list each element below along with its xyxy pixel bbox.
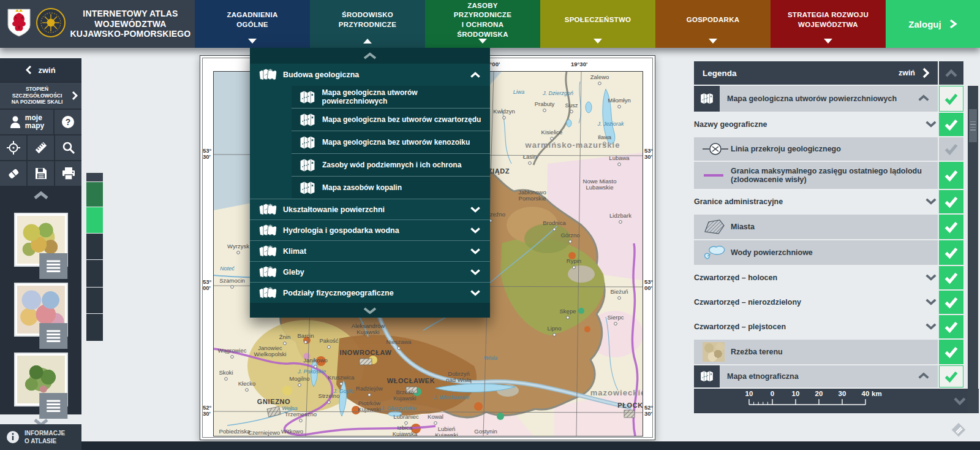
atlas-info-button[interactable]: INFORMACJE O ATLASIE <box>0 424 81 450</box>
legend-item-layer[interactable]: Linia przekroju geologicznego <box>694 137 938 161</box>
legend-scroll-up[interactable] <box>939 61 963 85</box>
legend-visibility-checkbox[interactable] <box>939 240 963 265</box>
tab-srodowisko-przyrodnicze[interactable]: ŚRODOWISKO PRZYRODNICZE <box>310 0 425 48</box>
erase-button[interactable] <box>0 161 26 186</box>
legend-item-layer[interactable]: Miasta <box>694 215 938 239</box>
legend-visibility-checkbox[interactable] <box>939 266 963 289</box>
legend-visibility-checkbox[interactable] <box>939 340 963 364</box>
menu-category-hydrologia[interactable]: Hydrologia i gospodarka wodna <box>250 219 490 240</box>
sidebar-collapse-label: zwiń <box>38 66 55 75</box>
legend-visibility-checkbox[interactable] <box>939 215 963 239</box>
legend-visibility-checkbox[interactable] <box>939 190 963 213</box>
menu-item[interactable]: Mapa zasobów kopalin <box>292 176 490 199</box>
tab-gospodarka[interactable]: GOSPODARKA <box>655 0 771 48</box>
scale-level-segment[interactable] <box>86 173 103 181</box>
map-place-label: Radziejów <box>356 385 383 392</box>
sidebar-collapse-button[interactable]: zwiń <box>0 58 81 82</box>
menu-category-label: Gleby <box>283 268 463 276</box>
menu-scroll-up[interactable] <box>250 48 490 64</box>
menu-scroll-down[interactable] <box>250 303 490 318</box>
thumbnail-geological-map[interactable] <box>14 213 68 267</box>
thumbnails-scroll-up[interactable] <box>0 188 81 204</box>
tab-zagadnienia-ogolne[interactable]: ZAGADNIENIA OGÓLNE <box>195 0 310 48</box>
menu-category-uksztaltowanie-powierzchni[interactable]: Ukształtowanie powierzchni <box>250 199 490 219</box>
legend-scrollbar[interactable] <box>968 86 978 413</box>
legend-item-label: Mapa etnograficzna <box>727 372 917 381</box>
map-place-label: Rypin <box>567 257 581 264</box>
scale-level-segment[interactable] <box>86 314 103 341</box>
locate-button[interactable] <box>0 135 26 160</box>
thumbnail-legend-button[interactable] <box>39 393 67 419</box>
thumbnail-legend-button[interactable] <box>39 323 67 349</box>
scale-level-segment[interactable] <box>86 182 103 207</box>
legend-visibility-checkbox[interactable] <box>939 365 963 387</box>
my-maps-button[interactable]: moje mapy <box>0 110 53 134</box>
legend-row: Wody powierzchniowe <box>694 240 979 265</box>
scale-level-segment[interactable] <box>86 234 103 259</box>
map-icon <box>299 135 316 150</box>
legend-item-layer[interactable]: Mapa etnograficzna <box>694 365 938 387</box>
legend-item-layer[interactable]: Granica maksymalnego zasięgu ostatniego … <box>694 162 938 189</box>
map-place-label: J. Dzierzgoń <box>542 90 573 96</box>
menu-category-gleby[interactable]: Gleby <box>250 261 490 282</box>
map-place-label: Trzemeszno <box>285 411 317 418</box>
map-place-label: warmińsko-mazurskie <box>525 140 620 150</box>
login-button[interactable]: Zaloguj <box>886 0 980 48</box>
university-seal-logo <box>36 7 66 40</box>
menu-item[interactable]: Mapa geologiczna bez utworów czwartorzęd… <box>292 108 490 131</box>
menu-category-podzialy-fizycznogeograficzne[interactable]: Podziały fizycznogeograficzne <box>250 282 490 303</box>
tab-zasoby-przyrodnicze[interactable]: ZASOBY PRZYRODNICZE I OCHRONA ŚRODOWISKA <box>425 0 540 48</box>
legend-item-category[interactable]: Czwartorzęd – plejstocen <box>694 315 938 338</box>
print-button[interactable] <box>55 161 81 186</box>
draw-tool-button[interactable] <box>948 419 969 440</box>
legend-visibility-checkbox[interactable] <box>939 315 963 338</box>
map-place-label: Żnin <box>279 334 290 340</box>
scale-ruler: 10010203040km <box>741 388 924 414</box>
legend-item-category[interactable]: Granice administracyjne <box>694 190 938 213</box>
scale-level-segment[interactable] <box>86 288 103 313</box>
legend-visibility-checkbox[interactable] <box>939 86 963 112</box>
menu-item[interactable]: Mapa geologiczna bez utworów kenozoiku <box>292 131 490 153</box>
scale-level-segment[interactable] <box>86 207 103 233</box>
legend-item-category[interactable]: Czwartorzęd – nierozdzielony <box>694 291 938 314</box>
legend-visibility-checkbox[interactable] <box>939 162 963 189</box>
menu-category-budowa-geologiczna[interactable]: Budowa geologiczna <box>250 64 490 86</box>
legend-item-layer[interactable]: Rzeźba terenu <box>694 340 938 364</box>
thumbnail-landcover-map[interactable] <box>14 353 68 406</box>
scale-level-segment[interactable] <box>86 260 103 287</box>
chevron-down-icon <box>469 206 481 213</box>
thumbnail-ethnographic-map[interactable] <box>14 283 68 337</box>
menu-category-klimat[interactable]: Klimat <box>250 240 490 261</box>
tab-label: GOSPODARKA <box>687 15 740 25</box>
save-button[interactable] <box>28 161 54 186</box>
legend-item-layer[interactable]: Mapa geologiczna utworów powierzchniowyc… <box>694 86 938 112</box>
chevron-right-icon[interactable] <box>922 67 929 78</box>
help-button[interactable]: ? <box>55 110 81 134</box>
legend-visibility-checkbox[interactable] <box>939 113 963 136</box>
menu-item[interactable]: Mapa geologiczna utworów powierzchniowyc… <box>292 86 490 108</box>
tab-strategia-rozwoju[interactable]: STRATEGIA ROZWOJU WOJEWÓDZTWA <box>771 0 886 48</box>
legend-item-category[interactable]: Nazwy geograficzne <box>694 113 938 136</box>
legend-item-category[interactable]: Czwartorzęd – holocen <box>694 266 938 289</box>
legend-visibility-checkbox[interactable] <box>939 291 963 314</box>
scale-level-indicator[interactable] <box>86 173 103 341</box>
menu-item[interactable]: Zasoby wód podziemnych i ich ochrona <box>292 153 490 176</box>
legend-header: Legenda zwiń <box>694 61 938 85</box>
search-button[interactable] <box>55 135 81 160</box>
my-maps-label: moje mapy <box>25 114 44 130</box>
legend-visibility-checkbox[interactable] <box>939 137 963 161</box>
chevron-up-icon <box>362 52 378 59</box>
svg-text:10: 10 <box>745 390 753 397</box>
legend-item-layer[interactable]: Wody powierzchniowe <box>694 240 938 265</box>
cross-section-icon <box>703 142 731 156</box>
detail-scale-button[interactable]: STOPIEŃ SZCZEGÓŁOWOŚCI NA POZIOMIE SKALI <box>0 83 81 109</box>
tab-spoleczenstwo[interactable]: SPOŁECZEŃSTWO <box>540 0 655 48</box>
town-dot <box>298 384 301 387</box>
legend-collapse-button[interactable]: zwiń <box>899 69 915 77</box>
measure-button[interactable] <box>28 135 54 160</box>
chevron-down-icon <box>469 289 481 296</box>
legend-scrollbar-thumb[interactable] <box>969 109 977 142</box>
thumbnail-legend-button[interactable] <box>39 253 67 279</box>
map-place-label: J. Głuszyńskie <box>380 405 417 411</box>
check-icon <box>944 246 959 259</box>
